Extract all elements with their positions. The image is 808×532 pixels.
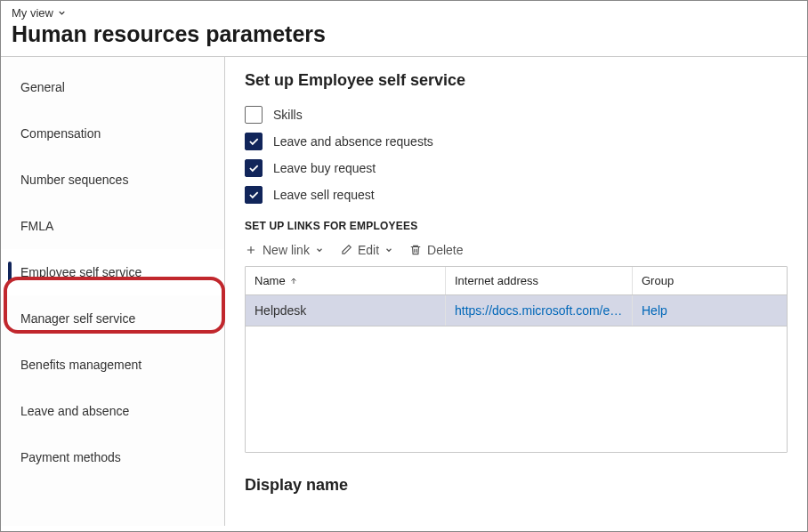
view-selector-label: My view <box>12 6 53 20</box>
chevron-down-icon <box>57 8 67 18</box>
plus-icon <box>245 244 257 256</box>
checkbox-label: Leave and absence requests <box>273 134 433 149</box>
links-caption: SET UP LINKS FOR EMPLOYEES <box>245 220 788 232</box>
display-name-section-title: Display name <box>245 476 788 495</box>
checkbox-label: Leave sell request <box>273 188 375 202</box>
sidebar-item-label: Compensation <box>20 126 101 141</box>
cell-address[interactable]: https://docs.microsoft.com/en-u... <box>446 295 633 326</box>
checkbox-row-leave-sell-request[interactable]: Leave sell request <box>245 186 788 204</box>
edit-button[interactable]: Edit <box>340 243 393 257</box>
sidebar-item-label: Employee self service <box>20 265 141 279</box>
table-body: Helpdeskhttps://docs.microsoft.com/en-u.… <box>246 295 787 452</box>
sidebar-item-leave-and-absence[interactable]: Leave and absence <box>1 388 224 434</box>
checkbox[interactable] <box>245 159 263 177</box>
links-toolbar: New link Edit Delete <box>245 243 788 257</box>
checkbox[interactable] <box>245 106 263 124</box>
cell-name: Helpdesk <box>246 295 446 326</box>
sidebar-item-label: Manager self service <box>20 311 135 326</box>
sidebar-item-label: FMLA <box>20 219 53 233</box>
table-header: Name Internet address Group <box>246 267 787 295</box>
column-header-address[interactable]: Internet address <box>446 267 633 294</box>
sidebar-item-label: General <box>20 80 65 94</box>
sort-asc-icon <box>289 277 298 286</box>
sidebar-item-compensation[interactable]: Compensation <box>1 110 224 157</box>
checkbox[interactable] <box>245 133 263 150</box>
check-icon <box>247 135 260 148</box>
edit-label: Edit <box>358 243 379 257</box>
new-link-button[interactable]: New link <box>245 243 324 257</box>
sidebar-item-fmla[interactable]: FMLA <box>1 203 224 249</box>
new-link-label: New link <box>263 243 310 257</box>
column-header-name[interactable]: Name <box>246 267 446 294</box>
chevron-down-icon <box>315 246 324 254</box>
cell-group[interactable]: Help <box>633 295 787 326</box>
sidebar-item-number-sequences[interactable]: Number sequences <box>1 157 224 203</box>
sidebar-item-payment-methods[interactable]: Payment methods <box>1 434 224 480</box>
sidebar-item-employee-self-service[interactable]: Employee self service <box>1 249 224 295</box>
checkbox-row-skills[interactable]: Skills <box>245 106 788 124</box>
trash-icon <box>409 244 422 256</box>
content-panel: Set up Employee self service SkillsLeave… <box>225 57 807 526</box>
sidebar-item-label: Number sequences <box>20 173 128 187</box>
pencil-icon <box>340 244 352 256</box>
sidebar-item-general[interactable]: General <box>1 64 224 110</box>
checkbox-row-leave-buy-request[interactable]: Leave buy request <box>245 159 788 177</box>
checkbox[interactable] <box>245 186 263 204</box>
table-row[interactable]: Helpdeskhttps://docs.microsoft.com/en-u.… <box>246 295 787 326</box>
checkbox-row-leave-and-absence-requests[interactable]: Leave and absence requests <box>245 133 788 150</box>
check-icon <box>247 189 260 201</box>
page-title: Human resources parameters <box>1 21 807 56</box>
checkbox-label: Skills <box>273 108 303 122</box>
delete-label: Delete <box>427 243 463 257</box>
sidebar-item-benefits-management[interactable]: Benefits management <box>1 342 224 388</box>
sidebar-item-label: Leave and absence <box>20 404 129 418</box>
view-selector[interactable]: My view <box>1 1 77 21</box>
checkbox-label: Leave buy request <box>273 161 376 175</box>
sidebar-item-label: Payment methods <box>20 450 121 464</box>
sidebar-item-manager-self-service[interactable]: Manager self service <box>1 295 224 342</box>
chevron-down-icon <box>384 246 393 254</box>
column-header-group[interactable]: Group <box>633 267 787 294</box>
sidebar-item-label: Benefits management <box>20 358 141 372</box>
section-title: Set up Employee self service <box>245 71 788 90</box>
check-icon <box>247 162 260 174</box>
links-table: Name Internet address Group Helpdeskhttp… <box>245 266 788 453</box>
delete-button[interactable]: Delete <box>409 243 463 257</box>
sidebar: GeneralCompensationNumber sequencesFMLAE… <box>1 57 225 526</box>
